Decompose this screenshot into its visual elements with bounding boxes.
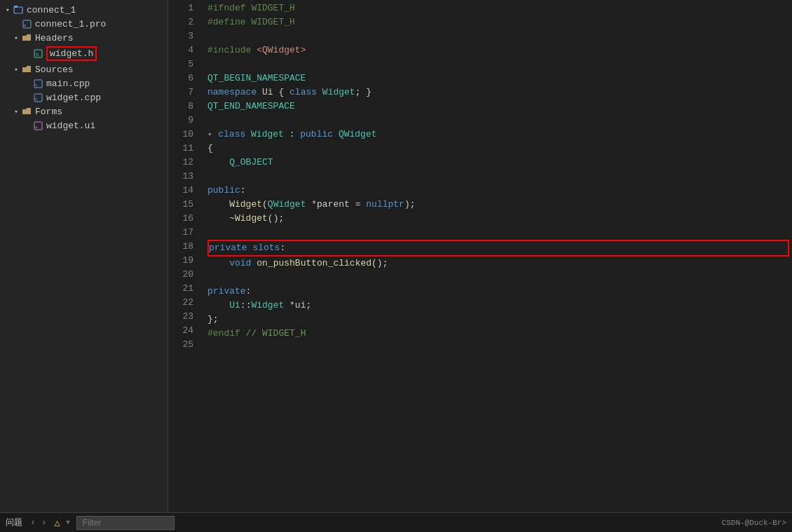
highlight-region: private slots: (207, 240, 789, 257)
token: (); (268, 212, 284, 226)
code-line-21: private: (207, 285, 792, 299)
line-number-4: 4 (179, 43, 193, 57)
line-number-25: 25 (179, 338, 193, 352)
token: : (240, 184, 246, 198)
sidebar-label-connect1pro: connect_1.pro (35, 19, 106, 29)
token: // WIDGET_H (240, 327, 306, 341)
svg-text:p: p (24, 23, 27, 28)
line-number-6: 6 (179, 71, 193, 86)
code-line-4: #include <QWidget> (207, 43, 792, 57)
chevron-down-icon-forms: ▾ (11, 107, 21, 116)
token: nullptr (366, 198, 404, 212)
line-number-1: 1 (179, 1, 193, 15)
token: #define WIDGET_H (207, 15, 295, 29)
code-editor: 1234567891011121314151617181920212223242… (168, 0, 792, 512)
sidebar: ▾ connect_1 ▾ p connect_1.pro ▾ Headers … (0, 0, 168, 512)
token: ); (404, 198, 416, 212)
token (207, 257, 229, 271)
token: class (289, 86, 322, 100)
code-content[interactable]: #ifndef WIDGET_H#define WIDGET_H #includ… (202, 0, 792, 512)
token: #ifndef WIDGET_H (207, 1, 295, 15)
svg-text:c: c (35, 97, 38, 102)
nav-forward-icon[interactable]: › (39, 517, 49, 528)
token: QT_BEGIN_NAMESPACE (207, 71, 306, 86)
chevron-down-icon: ▾ (3, 5, 13, 15)
chevron-down-icon-sources: ▾ (11, 64, 21, 74)
token: Widget (235, 212, 268, 226)
svg-text:h: h (36, 52, 39, 57)
token: class (218, 128, 251, 142)
sidebar-item-connect1pro[interactable]: ▾ p connect_1.pro (0, 17, 168, 31)
token: { (273, 86, 289, 100)
code-line-24: #endif // WIDGET_H (207, 327, 792, 341)
sidebar-item-connect1[interactable]: ▾ connect_1 (0, 3, 168, 17)
line-numbers: 1234567891011121314151617181920212223242… (168, 0, 202, 512)
code-line-12: Q_OBJECT (207, 156, 792, 170)
code-line-13 (207, 170, 792, 184)
line-number-22: 22 (179, 296, 193, 310)
code-line-1: #ifndef WIDGET_H (207, 1, 792, 15)
token: :: (240, 299, 252, 313)
line-number-23: 23 (179, 310, 193, 324)
token: void (229, 257, 257, 271)
line-number-13: 13 (179, 170, 193, 184)
line-number-3: 3 (179, 29, 193, 43)
line-number-19: 19 (179, 254, 193, 268)
token: QWidget (268, 198, 306, 212)
filter-input[interactable] (76, 516, 175, 530)
nav-back-icon[interactable]: ‹ (28, 517, 38, 528)
token: QT_END_NAMESPACE (207, 100, 295, 114)
token: private (207, 285, 246, 299)
sidebar-item-forms[interactable]: ▾ Forms (0, 104, 168, 118)
code-line-5 (207, 57, 792, 71)
code-line-20 (207, 271, 792, 285)
line-number-10: 10 (179, 128, 193, 142)
code-line-18: private slots: (209, 241, 788, 255)
line-number-11: 11 (179, 142, 193, 156)
ui-file-icon: u (32, 120, 43, 131)
sidebar-label-main-cpp: main.cpp (46, 79, 90, 89)
code-line-2: #define WIDGET_H (207, 15, 792, 29)
line-number-21: 21 (179, 282, 193, 296)
line-number-8: 8 (179, 100, 193, 114)
token: *ui; (284, 299, 311, 313)
sidebar-label-connect1: connect_1 (27, 5, 76, 15)
token: namespace (207, 86, 262, 100)
code-line-14: public: (207, 184, 792, 198)
token (207, 299, 229, 313)
code-area: 1234567891011121314151617181920212223242… (168, 0, 792, 512)
token: : (284, 128, 300, 142)
sidebar-item-widget-h[interactable]: ▾ h widget.h (0, 45, 168, 62)
token: public (207, 184, 240, 198)
h-file-icon: h (32, 48, 43, 60)
sidebar-label-forms: Forms (35, 107, 62, 117)
folder-icon-sources (21, 64, 32, 75)
code-line-8: QT_END_NAMESPACE (207, 100, 792, 114)
pro-file-icon: p (21, 18, 32, 29)
svg-rect-0 (14, 7, 22, 13)
line-number-14: 14 (179, 184, 193, 198)
line-number-2: 2 (179, 15, 193, 29)
chevron-down-icon-headers: ▾ (11, 33, 21, 43)
svg-text:u: u (35, 125, 38, 130)
sidebar-item-sources[interactable]: ▾ Sources (0, 62, 168, 76)
token: : (246, 285, 252, 299)
code-line-19: void on_pushButton_clicked(); (207, 257, 792, 271)
filter-icon: ▿ (65, 517, 70, 528)
folder-icon-forms (21, 106, 32, 117)
line-number-24: 24 (179, 324, 193, 338)
collapse-marker-icon[interactable]: ▾ (207, 128, 217, 142)
token: Widget (229, 198, 262, 212)
sidebar-item-main-cpp[interactable]: ▾ c main.cpp (0, 76, 168, 90)
sidebar-label-widget-cpp: widget.cpp (46, 93, 101, 103)
line-number-5: 5 (179, 57, 193, 71)
sidebar-item-widget-ui[interactable]: ▾ u widget.ui (0, 118, 168, 132)
line-number-12: 12 (179, 156, 193, 170)
svg-text:c: c (35, 83, 38, 88)
sidebar-label-sources: Sources (35, 64, 74, 75)
code-line-15: Widget(QWidget *parent = nullptr); (207, 198, 792, 212)
sidebar-item-headers[interactable]: ▾ Headers (0, 31, 168, 45)
token: : (280, 241, 285, 255)
sidebar-item-widget-cpp[interactable]: ▾ c widget.cpp (0, 90, 168, 104)
code-line-23: }; (207, 313, 792, 327)
